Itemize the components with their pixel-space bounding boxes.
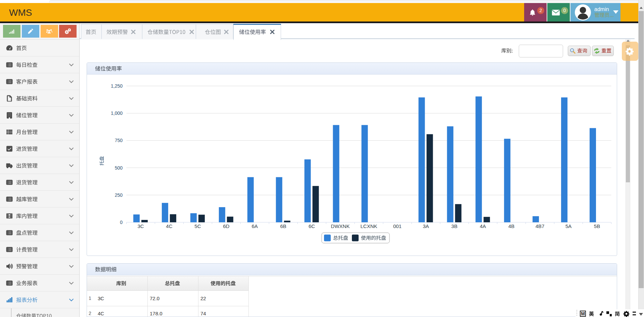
- svg-text:0: 0: [120, 220, 123, 225]
- svg-text:3C: 3C: [137, 223, 144, 229]
- svg-text:750: 750: [115, 138, 123, 143]
- svg-text:3A: 3A: [423, 223, 429, 229]
- svg-text:4B: 4B: [508, 223, 514, 229]
- svg-text:DWXNK: DWXNK: [331, 223, 350, 229]
- svg-text:5A: 5A: [565, 223, 571, 229]
- svg-text:4A: 4A: [480, 223, 486, 229]
- svg-text:1,250: 1,250: [111, 83, 123, 89]
- svg-text:6D: 6D: [223, 223, 229, 229]
- svg-text:6B: 6B: [280, 223, 286, 229]
- svg-text:6C: 6C: [309, 223, 315, 229]
- svg-text:4B7: 4B7: [536, 223, 545, 229]
- svg-text:001: 001: [393, 223, 402, 229]
- svg-text:5B: 5B: [594, 223, 600, 229]
- svg-text:5C: 5C: [194, 223, 201, 229]
- svg-text:LCXNK: LCXNK: [360, 223, 377, 229]
- svg-text:4C: 4C: [166, 223, 172, 229]
- svg-text:250: 250: [115, 192, 123, 198]
- svg-text:1,000: 1,000: [111, 110, 123, 116]
- svg-text:6A: 6A: [252, 223, 258, 229]
- svg-text:500: 500: [115, 165, 123, 171]
- svg-text:3B: 3B: [451, 223, 457, 229]
